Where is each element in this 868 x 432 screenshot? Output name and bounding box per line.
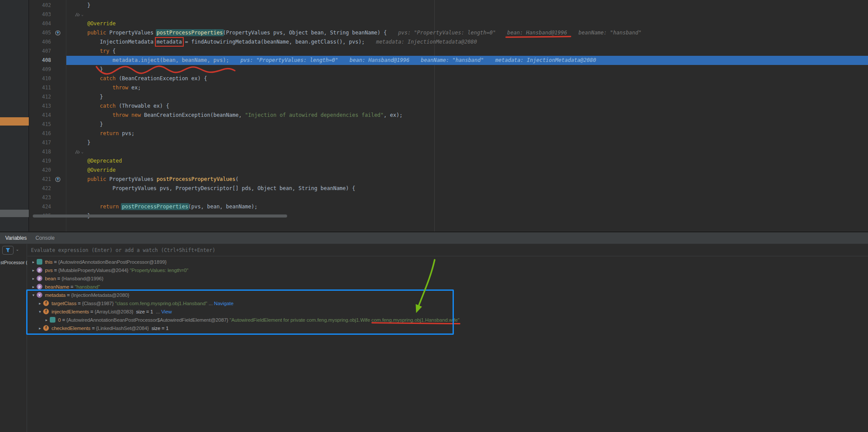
editor-line[interactable]: 418⌄ (29, 147, 868, 156)
editor-line[interactable]: 408 metadata.inject(bean, beanName, pvs)… (29, 56, 868, 65)
line-number[interactable]: 412 (29, 92, 51, 102)
editor-gutter-cell[interactable]: 423 (29, 193, 66, 202)
code-content[interactable]: @Override (66, 19, 868, 28)
code-content[interactable]: } (66, 1, 868, 10)
expand-chevron-icon[interactable]: ▸ (30, 276, 37, 281)
line-number[interactable]: 410 (29, 74, 51, 83)
editor-gutter-cell[interactable]: 413 (29, 102, 66, 111)
line-number[interactable]: 419 (29, 156, 51, 166)
editor-line[interactable]: 413 catch (Throwable ex) { (29, 102, 868, 111)
editor-line[interactable]: 406 InjectionMetadata metadata = findAut… (29, 37, 868, 47)
line-number[interactable]: 407 (29, 47, 51, 56)
code-content[interactable]: catch (BeanCreationException ex) { (66, 74, 868, 83)
editor-gutter-cell[interactable]: 404 (29, 19, 66, 28)
expand-chevron-icon[interactable]: ▸ (37, 301, 43, 306)
editor-line[interactable]: 404 @Override (29, 19, 868, 28)
editor-gutter-cell[interactable]: 420 (29, 166, 66, 175)
variable-row[interactable]: ▸■this = {AutowiredAnnotationBeanPostPro… (27, 258, 868, 266)
code-editor[interactable]: 402 }403⌄404 @Override405 public Propert… (29, 0, 868, 231)
editor-gutter-cell[interactable]: 414 (29, 111, 66, 120)
line-number[interactable]: 418 (29, 147, 51, 156)
line-number[interactable]: 409 (29, 65, 51, 74)
line-number[interactable]: 416 (29, 129, 51, 138)
expand-chevron-icon[interactable]: ▸ (43, 318, 50, 322)
method-inlay-icon[interactable]: ⌄ (75, 10, 83, 19)
variable-row[interactable]: ▸fcheckedElements = {LinkedHashSet@2084}… (27, 324, 868, 332)
editor-gutter-cell[interactable]: 417 (29, 138, 66, 147)
editor-line[interactable]: 407 try { (29, 47, 868, 56)
editor-line[interactable]: 414 throw new BeanCreationException(bean… (29, 111, 868, 120)
editor-line[interactable]: 409 } (29, 65, 868, 74)
collapse-chevron-icon[interactable]: ▾ (37, 310, 43, 314)
editor-line[interactable]: 405 public PropertyValues postProcessPro… (29, 28, 868, 37)
line-number[interactable]: 415 (29, 120, 51, 129)
code-content[interactable]: PropertyValues pvs, PropertyDescriptor[]… (66, 184, 868, 193)
line-number[interactable]: 424 (29, 202, 51, 211)
variable-row[interactable]: ▾vmetadata = {InjectionMetadata@2080} (27, 291, 868, 299)
editor-line[interactable]: 402 } (29, 1, 868, 10)
editor-line[interactable]: 420 @Override (29, 166, 868, 175)
editor-gutter-cell[interactable]: 411 (29, 83, 66, 92)
variable-row[interactable]: ▸pbeanName = "hansband" (27, 282, 868, 291)
code-content[interactable]: } (66, 65, 868, 74)
line-number[interactable]: 411 (29, 83, 51, 92)
editor-gutter-cell[interactable]: 405 (29, 28, 66, 37)
code-content[interactable]: return pvs; (66, 129, 868, 138)
override-gutter-icon[interactable] (51, 28, 64, 37)
line-number[interactable]: 408 (29, 56, 51, 65)
frames-entry-fragment[interactable]: stProcessor ( (0, 260, 27, 265)
editor-line[interactable]: 423 (29, 193, 868, 202)
variable-row[interactable]: ▾finjectedElements = {ArrayList@2083} si… (27, 307, 868, 316)
value-link[interactable]: Navigate (214, 301, 233, 306)
code-content[interactable]: @Deprecated (66, 156, 868, 166)
code-content[interactable]: public PropertyValues postProcessPropert… (66, 175, 868, 184)
tab-console[interactable]: Console (31, 232, 59, 244)
editor-gutter-cell[interactable]: 424 (29, 202, 66, 211)
editor-gutter-cell[interactable]: 403 (29, 10, 66, 19)
editor-gutter-cell[interactable]: 416 (29, 129, 66, 138)
editor-gutter-cell[interactable]: 409 (29, 65, 66, 74)
line-number[interactable]: 417 (29, 138, 51, 147)
editor-line[interactable]: 411 throw ex; (29, 83, 868, 92)
code-content[interactable]: InjectionMetadata metadata = findAutowir… (66, 37, 868, 47)
line-number[interactable]: 420 (29, 166, 51, 175)
code-content[interactable]: catch (Throwable ex) { (66, 102, 868, 111)
code-content[interactable]: throw ex; (66, 83, 868, 92)
editor-gutter-cell[interactable]: 419 (29, 156, 66, 166)
evaluate-expression-input[interactable]: Evaluate expression (Enter) or add a wat… (27, 245, 868, 256)
code-content[interactable] (66, 193, 868, 202)
line-number[interactable]: 403 (29, 10, 51, 19)
value-link[interactable]: View (161, 309, 172, 314)
editor-gutter-cell[interactable]: 407 (29, 47, 66, 56)
line-number[interactable]: 413 (29, 102, 51, 111)
override-gutter-icon[interactable] (51, 175, 64, 184)
editor-gutter-cell[interactable]: 418 (29, 147, 66, 156)
line-number[interactable]: 423 (29, 193, 51, 202)
editor-line[interactable]: 403⌄ (29, 10, 868, 19)
code-content[interactable]: metadata.inject(bean, beanName, pvs);pvs… (66, 56, 868, 65)
code-content[interactable]: try { (66, 47, 868, 56)
line-number[interactable]: 422 (29, 184, 51, 193)
expand-chevron-icon[interactable]: ▸ (37, 326, 43, 330)
editor-gutter-cell[interactable]: 406 (29, 37, 66, 47)
code-content[interactable]: } (66, 120, 868, 129)
editor-line[interactable]: 412 } (29, 92, 868, 102)
code-content[interactable]: public PropertyValues postProcessPropert… (66, 28, 868, 37)
code-content[interactable]: } (66, 92, 868, 102)
editor-gutter-cell[interactable]: 402 (29, 1, 66, 10)
filter-button[interactable] (2, 246, 14, 255)
line-number[interactable]: 414 (29, 111, 51, 120)
line-number[interactable]: 405 (29, 28, 51, 37)
variable-row[interactable]: ▸■0 = {AutowiredAnnotationBeanPostProces… (27, 316, 868, 324)
code-content[interactable]: ⌄ (66, 10, 868, 19)
line-number[interactable]: 406 (29, 37, 51, 47)
editor-line[interactable]: 421 public PropertyValues postProcessPro… (29, 175, 868, 184)
code-content[interactable]: @Override (66, 166, 868, 175)
tab-variables[interactable]: Variables (1, 232, 31, 244)
code-content[interactable]: return postProcessProperties(pvs, bean, … (66, 202, 868, 211)
variable-row[interactable]: ▸ftargetClass = {Class@1987} "class com.… (27, 299, 868, 307)
left-panel-selected-item[interactable] (0, 117, 29, 126)
editor-gutter-cell[interactable]: 422 (29, 184, 66, 193)
left-panel-scrollbar[interactable] (0, 210, 29, 217)
horizontal-scrollbar-thumb[interactable] (33, 214, 287, 218)
